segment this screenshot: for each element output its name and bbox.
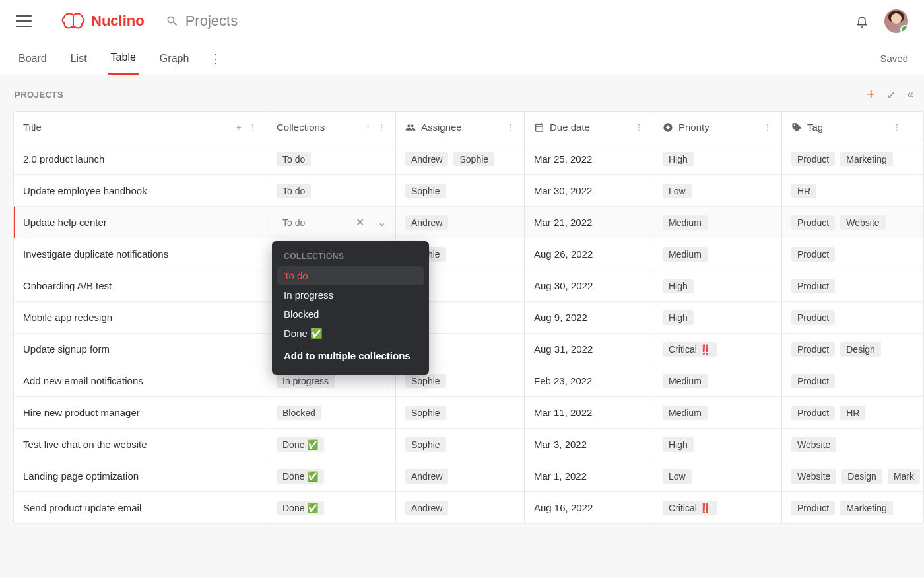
collection-chip[interactable]: Done ✅ — [277, 437, 324, 452]
col-collections[interactable]: Collections ↑⋮ — [267, 112, 396, 143]
cell-assignee[interactable]: AndrewSophie — [396, 143, 525, 174]
tag-chip[interactable]: Product — [791, 374, 835, 388]
cell-duedate[interactable]: Mar 25, 2022 — [525, 143, 653, 174]
col-title[interactable]: Title +⋮ — [14, 112, 267, 143]
cell-assignee[interactable]: Sophie — [396, 429, 525, 460]
cell-assignee[interactable]: Andrew — [396, 460, 525, 491]
dropdown-add-multiple[interactable]: Add to multiple collections — [277, 346, 424, 365]
cell-priority[interactable]: Medium — [653, 365, 782, 396]
collection-chip[interactable]: Blocked — [277, 406, 321, 420]
cell-priority[interactable]: Low — [653, 175, 782, 206]
cell-priority[interactable]: Low — [653, 460, 782, 491]
cell-assignee[interactable]: Sophie — [396, 175, 525, 206]
cell-priority[interactable]: High — [653, 143, 782, 174]
tag-chip[interactable]: Mark — [888, 469, 920, 484]
cell-duedate[interactable]: Mar 11, 2022 — [525, 397, 653, 428]
collection-chip[interactable]: Done ✅ — [277, 469, 324, 484]
cell-title[interactable]: 2.0 product launch — [14, 143, 267, 174]
cell-duedate[interactable]: Mar 1, 2022 — [525, 460, 653, 491]
cell-title[interactable]: Mobile app redesign — [14, 302, 267, 333]
tag-chip[interactable]: Website — [840, 215, 885, 230]
cell-duedate[interactable]: Aug 30, 2022 — [525, 270, 653, 301]
assignee-chip[interactable]: Andrew — [405, 215, 448, 230]
cell-title[interactable]: Update signup form — [14, 334, 267, 365]
col-menu-icon[interactable]: ⋮ — [634, 122, 644, 133]
cell-tag[interactable]: WebsiteDesignMark — [782, 460, 911, 491]
priority-chip[interactable]: Medium — [663, 406, 708, 420]
table-row[interactable]: Onboarding A/B testAug 30, 2022HighProdu… — [14, 270, 923, 302]
cell-collections[interactable]: Done ✅ — [267, 460, 396, 491]
cell-title[interactable]: Update help center — [14, 207, 267, 238]
priority-chip[interactable]: Low — [663, 469, 692, 484]
tab-table[interactable]: Table — [108, 42, 139, 75]
col-menu-icon[interactable]: ⋮ — [377, 122, 386, 133]
collection-chip[interactable]: In progress — [277, 374, 335, 388]
tag-chip[interactable]: HR — [791, 184, 816, 198]
cell-tag[interactable]: ProductDesign — [782, 334, 911, 365]
assignee-chip[interactable]: Sophie — [405, 437, 446, 452]
cell-tag[interactable]: Website — [782, 429, 911, 460]
tag-chip[interactable]: Marketing — [840, 501, 892, 515]
dropdown-item-todo[interactable]: To do — [277, 266, 424, 285]
priority-chip[interactable]: High — [663, 437, 694, 452]
table-row[interactable]: Update employee handbookTo doSophieMar 3… — [14, 175, 923, 207]
collapse-icon[interactable]: ⤢ — [887, 89, 896, 101]
cell-priority[interactable]: Medium — [653, 238, 782, 270]
priority-chip[interactable]: Critical ‼️ — [663, 342, 717, 357]
add-item-icon[interactable]: + — [867, 86, 875, 103]
priority-chip[interactable]: High — [663, 152, 694, 166]
cell-duedate[interactable]: Aug 16, 2022 — [525, 492, 653, 523]
tag-chip[interactable]: Design — [840, 342, 881, 357]
tag-chip[interactable]: Product — [791, 310, 835, 325]
notifications-icon[interactable] — [855, 14, 869, 28]
col-tag[interactable]: Tag ⋮ — [782, 112, 911, 143]
cell-tag[interactable]: Product — [782, 238, 911, 270]
col-menu-icon[interactable]: ⋮ — [248, 122, 257, 133]
cell-collections[interactable]: To do — [267, 143, 396, 174]
col-menu-icon[interactable]: ⋮ — [892, 122, 902, 133]
app-logo[interactable]: Nuclino — [61, 12, 145, 30]
cell-collections[interactable]: Done ✅ — [267, 429, 396, 460]
table-row[interactable]: 2.0 product launchTo doAndrewSophieMar 2… — [14, 143, 923, 175]
search[interactable]: Projects — [166, 13, 855, 30]
priority-chip[interactable]: Critical ‼️ — [663, 501, 717, 515]
assignee-chip[interactable]: Sophie — [405, 374, 446, 388]
cell-duedate[interactable]: Mar 3, 2022 — [525, 429, 653, 460]
cell-collections[interactable]: To do — [267, 175, 396, 206]
cell-collections[interactable]: Done ✅ — [267, 492, 396, 523]
cell-duedate[interactable]: Aug 9, 2022 — [525, 302, 653, 333]
assignee-chip[interactable]: Sophie — [405, 406, 446, 420]
cell-title[interactable]: Investigate duplicate notifications — [14, 238, 267, 270]
cell-priority[interactable]: Medium — [653, 207, 782, 238]
table-row[interactable]: Add new email notificationsIn progressSo… — [14, 365, 923, 397]
cell-duedate[interactable]: Mar 30, 2022 — [525, 175, 653, 206]
cell-priority[interactable]: High — [653, 302, 782, 333]
tab-graph[interactable]: Graph — [157, 44, 191, 74]
dropdown-item-blocked[interactable]: Blocked — [277, 305, 424, 324]
priority-chip[interactable]: Medium — [663, 215, 708, 230]
table-row[interactable]: Update signup formAug 31, 2022Critical ‼… — [14, 334, 923, 365]
cell-tag[interactable]: ProductMarketing — [782, 492, 911, 523]
collection-chip[interactable]: To do — [277, 184, 311, 198]
collection-chip[interactable]: To do — [277, 215, 311, 230]
add-column-icon[interactable]: + — [236, 122, 242, 133]
more-views-icon[interactable]: ⋮ — [210, 52, 222, 66]
assignee-chip[interactable]: Sophie — [453, 152, 494, 166]
assignee-chip[interactable]: Andrew — [405, 152, 448, 166]
chevron-down-icon[interactable]: ⌄ — [378, 216, 386, 229]
tag-chip[interactable]: Website — [791, 469, 836, 484]
cell-title[interactable]: Add new email notifications — [14, 365, 267, 396]
tag-chip[interactable]: Product — [791, 279, 835, 293]
col-priority[interactable]: Priority ⋮ — [653, 112, 782, 143]
cell-tag[interactable]: HR — [782, 175, 911, 206]
col-duedate[interactable]: Due date ⋮ — [525, 112, 653, 143]
cell-title[interactable]: Test live chat on the website — [14, 429, 267, 460]
dropdown-item-done[interactable]: Done ✅ — [277, 324, 424, 343]
tag-chip[interactable]: HR — [840, 406, 865, 420]
table-row[interactable]: Mobile app redesignAug 9, 2022HighProduc… — [14, 302, 923, 334]
cell-title[interactable]: Landing page optimization — [14, 460, 267, 491]
tag-chip[interactable]: Product — [791, 152, 835, 166]
tag-chip[interactable]: Website — [791, 437, 836, 452]
table-row[interactable]: Test live chat on the websiteDone ✅Sophi… — [14, 429, 923, 460]
tag-chip[interactable]: Product — [791, 215, 835, 230]
